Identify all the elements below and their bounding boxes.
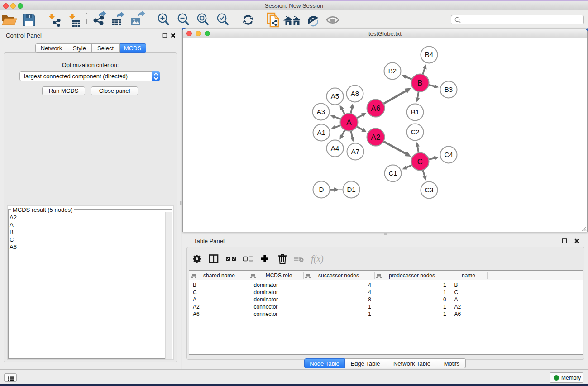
- svg-text:MCDS role: MCDS role: [266, 272, 292, 279]
- svg-text:A7: A7: [351, 148, 359, 155]
- svg-text:A8: A8: [351, 90, 359, 97]
- svg-text:shared name: shared name: [203, 272, 235, 279]
- svg-text:A5: A5: [331, 92, 339, 100]
- svg-text:D: D: [319, 186, 324, 193]
- svg-text:D1: D1: [347, 186, 355, 193]
- svg-text:A3: A3: [317, 108, 325, 115]
- svg-text:predecessor nodes: predecessor nodes: [389, 272, 435, 279]
- svg-text:C: C: [417, 157, 423, 166]
- svg-text:C4: C4: [444, 151, 453, 158]
- svg-text:successor nodes: successor nodes: [318, 272, 359, 279]
- svg-text:C2: C2: [411, 128, 419, 136]
- svg-text:A: A: [346, 118, 352, 127]
- svg-text:C3: C3: [425, 186, 433, 194]
- svg-text:B2: B2: [388, 67, 397, 75]
- svg-text:C1: C1: [388, 169, 397, 177]
- svg-text:A6: A6: [371, 104, 381, 113]
- svg-text:name: name: [462, 272, 475, 279]
- svg-text:B3: B3: [445, 86, 453, 93]
- svg-text:A1: A1: [317, 129, 325, 136]
- svg-text:B4: B4: [425, 51, 433, 58]
- svg-text:f(x): f(x): [311, 254, 324, 264]
- svg-text:B: B: [417, 79, 422, 87]
- svg-text:A4: A4: [331, 144, 339, 152]
- svg-text:A2: A2: [371, 133, 381, 142]
- svg-text:B1: B1: [411, 108, 419, 116]
